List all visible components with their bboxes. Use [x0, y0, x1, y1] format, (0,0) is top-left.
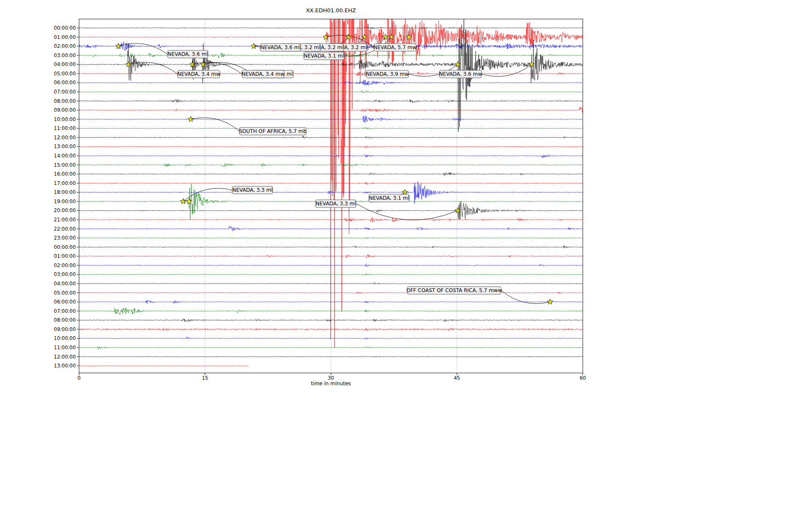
annotation-label: NEVADA, 3.4 mw — [177, 71, 220, 77]
y-tick-label: 15:00:00 — [54, 162, 76, 168]
annotation-label: NEVADA, 3.3 ml — [233, 187, 273, 193]
y-tick-label: 14:00:00 — [54, 153, 76, 159]
helicorder-plot: 01530456000:00:0001:00:0002:00:0003:00:0… — [0, 0, 812, 508]
annotation-label: NEVADA, 3.6 ml — [168, 51, 208, 57]
y-tick-label: 00:00:00 — [54, 244, 76, 250]
event-star-marker — [116, 43, 121, 49]
x-tick-label: 60 — [580, 375, 586, 381]
annotation-label: NEVADA, 3.9 mw — [366, 71, 409, 77]
y-tick-label: 08:00:00 — [54, 98, 76, 104]
annotation-label: NEVADA, 3.1 ml — [369, 195, 409, 201]
y-tick-label: 19:00:00 — [54, 199, 76, 204]
y-tick-label: 13:00:00 — [54, 363, 76, 369]
y-tick-label: 10:00:00 — [54, 116, 76, 122]
x-tick-label: 15 — [202, 375, 208, 381]
x-axis-label: time in minutes — [79, 381, 583, 387]
annotation-label: NEVADA, 5.7 mw — [373, 44, 417, 50]
y-tick-label: 04:00:00 — [54, 61, 76, 67]
y-tick-label: 11:00:00 — [54, 345, 76, 351]
event-star-marker — [547, 299, 553, 304]
y-tick-label: 16:00:00 — [54, 171, 76, 177]
y-tick-label: 13:00:00 — [54, 144, 76, 149]
y-tick-label: 07:00:00 — [54, 308, 76, 314]
y-tick-label: 03:00:00 — [54, 271, 76, 277]
y-tick-label: 17:00:00 — [54, 180, 76, 186]
y-tick-label: 04:00:00 — [54, 281, 76, 287]
annotation-connector — [129, 62, 178, 74]
annotation-label: NEVADA, 3.1 ml — [304, 53, 344, 59]
y-tick-label: 06:00:00 — [54, 80, 76, 86]
annotation-connector — [191, 118, 239, 131]
annotation-label: NEVADA, 3.4 mw — [241, 71, 285, 77]
y-tick-label: 23:00:00 — [54, 235, 76, 241]
annotation-label: NEVADA, 3.3 ml — [316, 201, 356, 207]
annotation-label: OFF COAST OF COSTA RICA, 5.7 mww — [406, 287, 502, 293]
y-tick-label: 12:00:00 — [54, 135, 76, 141]
annotation-label: NEVADA, 3.6 ml — [261, 44, 301, 50]
y-tick-label: 10:00:00 — [54, 335, 76, 341]
event-star-marker — [383, 34, 388, 40]
y-tick-label: 01:00:00 — [54, 34, 76, 40]
y-tick-label: 05:00:00 — [54, 71, 76, 77]
event-star-marker — [181, 199, 186, 204]
annotation-label: SOUTH OF AFRICA, 5.7 mb — [239, 128, 307, 134]
y-tick-label: 22:00:00 — [54, 226, 76, 232]
y-tick-label: 00:00:00 — [54, 25, 76, 31]
annotation-label: NEVADA, 3.6 mw — [439, 71, 482, 77]
seismogram-figure: XX.EDH01.00.EHZ 01530456000:00:0001:00:0… — [0, 0, 812, 508]
y-tick-label: 18:00:00 — [54, 189, 76, 195]
y-tick-label: 11:00:00 — [54, 125, 76, 131]
y-tick-label: 02:00:00 — [54, 262, 76, 268]
y-tick-label: 02:00:00 — [54, 43, 76, 49]
annotation-connector — [356, 204, 458, 220]
x-tick-label: 30 — [328, 375, 334, 381]
y-tick-label: 01:00:00 — [54, 253, 76, 259]
y-tick-label: 06:00:00 — [54, 299, 76, 305]
trace-row-37 — [79, 366, 249, 366]
y-tick-label: 07:00:00 — [54, 89, 76, 95]
y-tick-label: 05:00:00 — [54, 290, 76, 296]
x-tick-label: 0 — [77, 375, 80, 381]
y-tick-label: 08:00:00 — [54, 317, 76, 323]
y-tick-label: 12:00:00 — [54, 354, 76, 360]
y-tick-label: 03:00:00 — [54, 52, 76, 58]
y-tick-label: 20:00:00 — [54, 207, 76, 213]
y-tick-label: 09:00:00 — [54, 107, 76, 113]
y-tick-label: 09:00:00 — [54, 326, 76, 332]
y-tick-label: 21:00:00 — [54, 217, 76, 223]
event-star-marker — [402, 189, 408, 195]
x-tick-label: 45 — [454, 375, 460, 381]
